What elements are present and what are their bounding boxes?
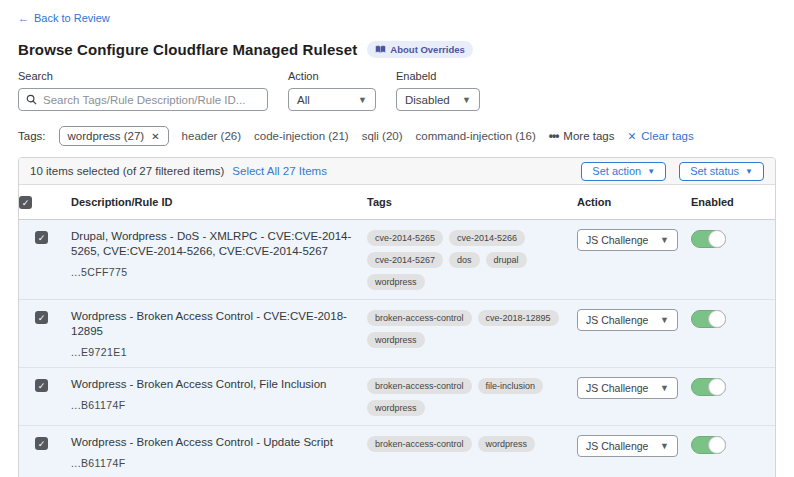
- chevron-down-icon: ▼: [660, 441, 669, 451]
- row-action-value: JS Challenge: [586, 314, 648, 326]
- chevron-down-icon: ▼: [358, 95, 367, 105]
- clear-tags-icon: ✕: [628, 130, 637, 142]
- rule-description: Wordpress - Broken Access Control, File …: [71, 377, 367, 392]
- tags-label: Tags:: [18, 130, 46, 142]
- row-action-value: JS Challenge: [586, 382, 648, 394]
- column-header-enabled: Enabled: [691, 185, 775, 218]
- more-tags-button[interactable]: ••• More tags: [549, 129, 615, 143]
- row-enabled-toggle[interactable]: [691, 310, 726, 328]
- search-box: [18, 88, 268, 111]
- select-all-checkbox[interactable]: ✓: [19, 196, 32, 209]
- table-header-row: ✓ Description/Rule ID Tags Action Enable…: [19, 185, 775, 220]
- back-link[interactable]: ← Back to Review: [18, 12, 110, 24]
- rule-description: Wordpress - Broken Access Control - Upda…: [71, 435, 367, 450]
- chevron-down-icon: ▼: [660, 383, 669, 393]
- row-checkbox[interactable]: ✓: [35, 437, 48, 450]
- more-tags-label: More tags: [563, 130, 614, 142]
- tag-option[interactable]: code-injection (21): [254, 130, 349, 142]
- row-checkbox[interactable]: ✓: [35, 379, 48, 392]
- clear-tags-button[interactable]: ✕ Clear tags: [628, 130, 694, 142]
- rule-tag-pill[interactable]: cve-2014-5265: [367, 230, 443, 246]
- ellipsis-icon: •••: [549, 129, 559, 143]
- rule-tag-pill[interactable]: dos: [449, 252, 480, 268]
- rule-tag-pill[interactable]: wordpress: [367, 400, 425, 416]
- enabled-filter: Enabeld Disabled ▼: [396, 70, 480, 111]
- table-row: ✓Wordpress - Broken Access Control, File…: [19, 368, 775, 426]
- row-action-select[interactable]: JS Challenge▼: [577, 377, 678, 399]
- rule-id: ...B61174F: [71, 399, 367, 411]
- set-action-label: Set action: [592, 165, 641, 177]
- column-header-action: Action: [577, 185, 691, 218]
- chevron-down-icon: ▼: [660, 315, 669, 325]
- selected-tag-label: wordpress (27): [68, 130, 145, 142]
- table-row: ✓Drupal, Wordpress - DoS - XMLRPC - CVE:…: [19, 220, 775, 300]
- rule-tag-pill[interactable]: file-inclusion: [478, 378, 544, 394]
- toggle-knob: [708, 310, 726, 328]
- row-action-value: JS Challenge: [586, 234, 648, 246]
- row-action-select[interactable]: JS Challenge▼: [577, 435, 678, 457]
- table-body: ✓Drupal, Wordpress - DoS - XMLRPC - CVE:…: [19, 220, 775, 477]
- row-action-select[interactable]: JS Challenge▼: [577, 229, 678, 251]
- clear-tags-label: Clear tags: [641, 130, 693, 142]
- remove-tag-icon[interactable]: ✕: [151, 131, 159, 142]
- rule-id: ...E9721E1: [71, 346, 367, 358]
- selection-bar: 10 items selected (of 27 filtered items)…: [19, 158, 775, 185]
- rule-tag-pill[interactable]: wordpress: [367, 274, 425, 290]
- enabled-select[interactable]: Disabled ▼: [396, 88, 480, 111]
- rule-tag-pill[interactable]: cve-2014-5267: [367, 252, 443, 268]
- back-arrow-icon: ←: [18, 12, 29, 24]
- filters-row: Search Action All ▼ Enabeld Disabled ▼: [18, 70, 776, 111]
- row-checkbox[interactable]: ✓: [35, 311, 48, 324]
- row-action-value: JS Challenge: [586, 440, 648, 452]
- tags-bar: Tags: wordpress (27) ✕ header (26)code-i…: [18, 126, 776, 146]
- search-filter: Search: [18, 70, 268, 111]
- tag-option[interactable]: command-injection (16): [416, 130, 536, 142]
- rule-tag-pill[interactable]: cve-2014-5266: [449, 230, 525, 246]
- selected-tag-chip[interactable]: wordpress (27) ✕: [59, 126, 169, 146]
- rule-tag-pill[interactable]: cve-2018-12895: [478, 310, 559, 326]
- rule-tag-pill[interactable]: drupal: [486, 252, 527, 268]
- rule-tag-pill[interactable]: wordpress: [367, 332, 425, 348]
- set-status-button[interactable]: Set status ▼: [679, 162, 764, 181]
- rule-tag-pill[interactable]: broken-access-control: [367, 310, 472, 326]
- action-select[interactable]: All ▼: [288, 88, 376, 111]
- chevron-down-icon: ▼: [660, 235, 669, 245]
- chevron-down-icon: ▼: [462, 95, 471, 105]
- row-enabled-toggle[interactable]: [691, 436, 726, 454]
- search-input[interactable]: [43, 94, 260, 106]
- action-label: Action: [288, 70, 376, 82]
- book-icon: [375, 45, 386, 54]
- select-all-link[interactable]: Select All 27 Items: [232, 165, 327, 177]
- toggle-knob: [708, 230, 726, 248]
- back-link-label: Back to Review: [34, 12, 110, 24]
- action-select-value: All: [297, 94, 310, 106]
- chevron-down-icon: ▼: [745, 167, 753, 176]
- rule-id: ...B61174F: [71, 457, 367, 469]
- rule-description: Drupal, Wordpress - DoS - XMLRPC - CVE:C…: [71, 229, 367, 259]
- title-row: Browse Configure Cloudflare Managed Rule…: [18, 41, 776, 58]
- rule-tag-pill[interactable]: wordpress: [478, 436, 536, 452]
- tag-option[interactable]: sqli (20): [362, 130, 403, 142]
- enabled-label: Enabeld: [396, 70, 480, 82]
- toggle-knob: [708, 436, 726, 454]
- row-enabled-toggle[interactable]: [691, 378, 726, 396]
- action-filter: Action All ▼: [288, 70, 376, 111]
- tag-option[interactable]: header (26): [182, 130, 241, 142]
- set-action-button[interactable]: Set action ▼: [581, 162, 666, 181]
- column-header-tags: Tags: [367, 185, 577, 218]
- about-overrides-badge[interactable]: About Overrides: [367, 41, 472, 58]
- row-action-select[interactable]: JS Challenge▼: [577, 309, 678, 331]
- enabled-select-value: Disabled: [405, 94, 450, 106]
- column-header-description: Description/Rule ID: [71, 185, 367, 218]
- table-row: ✓Wordpress - Broken Access Control - CVE…: [19, 300, 775, 368]
- toggle-knob: [708, 378, 726, 396]
- rules-table-card: 10 items selected (of 27 filtered items)…: [18, 157, 776, 477]
- table-row: ✓Wordpress - Broken Access Control - Upd…: [19, 426, 775, 477]
- rule-tag-pill[interactable]: broken-access-control: [367, 378, 472, 394]
- selection-summary: 10 items selected (of 27 filtered items): [30, 165, 224, 177]
- row-enabled-toggle[interactable]: [691, 230, 726, 248]
- search-label: Search: [18, 70, 268, 82]
- rule-tag-pill[interactable]: broken-access-control: [367, 436, 472, 452]
- row-checkbox[interactable]: ✓: [35, 231, 48, 244]
- rule-id: ...5CFF775: [71, 266, 367, 278]
